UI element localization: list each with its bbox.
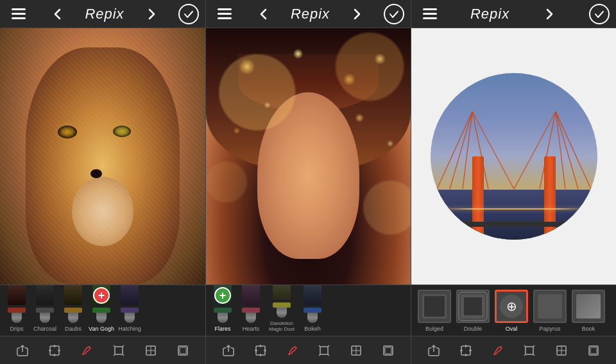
frame-oval-preview: ⊕ [495,290,528,323]
brush-bokeh-label: Bokeh [304,326,321,332]
app-title-2: Repix [291,6,330,22]
brush-drips[interactable]: Drips [3,285,30,336]
svg-rect-2 [12,17,26,19]
bridge-panel[interactable] [411,28,616,285]
back-button-1[interactable] [46,5,69,23]
brush-button-3[interactable] [488,342,508,360]
bottom-tools-2 [205,336,411,364]
svg-rect-22 [50,346,59,355]
svg-line-28 [114,345,115,347]
share-button-3[interactable] [424,342,444,360]
svg-rect-8 [423,17,437,19]
frame-papyrus-inner [538,294,562,318]
forward-button-3[interactable] [538,5,561,23]
fox-panel[interactable] [0,28,205,285]
svg-line-67 [533,354,535,356]
bottom-tools-3 [411,336,616,364]
bridge-road [431,222,597,227]
svg-line-15 [556,112,578,189]
brush-vangogh-label: Van Gogh [89,326,114,332]
layers-button-3[interactable] [583,342,604,360]
svg-rect-0 [12,8,26,10]
frame-double[interactable]: Double [455,290,491,332]
svg-line-31 [123,354,124,356]
brush-hearts-label: Hearts [243,326,260,332]
frame-papyrus[interactable]: Papyrus [532,290,568,332]
top-navigation: Repix Repix [0,0,616,28]
svg-rect-40 [256,346,265,355]
brush-toolbar-2: + Flares Hearts [205,285,411,336]
frame-double-inner [461,294,485,318]
brush-hearts[interactable]: Hearts [237,285,264,336]
bridge-lights [439,208,589,210]
brush-flares[interactable]: + Flares [209,285,236,336]
frame-papyrus-label: Papyrus [539,326,560,332]
resize-button-1[interactable] [141,342,161,360]
frame-book-label: Book [582,326,595,332]
frame-book[interactable]: Book [570,290,606,332]
transform-button-2[interactable] [250,342,271,360]
svg-line-17 [540,112,556,189]
frame-oval[interactable]: ⊕ Oval [493,290,529,332]
resize-button-2[interactable] [346,342,366,360]
back-button-2[interactable] [252,5,275,23]
confirm-button-3[interactable] [589,4,610,24]
svg-line-12 [472,112,488,189]
svg-line-47 [328,345,329,347]
svg-rect-27 [115,347,123,354]
svg-line-65 [533,345,535,347]
crop-button-2[interactable] [314,342,334,360]
layers-button-1[interactable] [173,342,193,360]
frame-oval-inner: ⊕ [500,295,523,318]
frame-double-label: Double [464,326,483,332]
brush-list-1: Drips Charcoal Daubs [0,285,205,336]
confirm-button-2[interactable] [384,4,404,24]
share-button-1[interactable] [12,342,33,360]
main-content [0,28,616,285]
confirm-button-1[interactable] [178,4,199,24]
crop-button-1[interactable] [108,342,129,360]
frame-list: Bulged Double ⊕ Oval [411,285,616,336]
menu-button-1[interactable] [6,6,31,22]
brush-bokeh[interactable]: Bokeh [299,285,326,336]
transform-button-1[interactable] [44,342,65,360]
brush-daubs[interactable]: Daubs [60,285,87,336]
brush-vangogh-add-btn[interactable]: + [93,287,110,304]
svg-rect-36 [180,347,186,354]
forward-button-1[interactable] [140,5,163,23]
resize-button-3[interactable] [551,342,572,360]
brush-dandelion[interactable]: Dandelion Magic Dust [266,285,298,336]
svg-line-48 [319,354,320,356]
svg-line-13 [472,112,514,189]
share-button-2[interactable] [218,342,239,360]
frame-book-inner [576,294,601,318]
brush-button-2[interactable] [282,342,303,360]
bokeh-effect [206,28,411,285]
forward-button-2[interactable] [345,5,368,23]
brush-charcoal-label: Charcoal [33,326,56,332]
brush-hatching[interactable]: Hatching [116,285,143,336]
paint-effect-overlay [0,28,205,285]
brush-vangogh[interactable]: + Van Gogh [88,285,115,336]
brush-flares-add-btn[interactable]: + [214,287,231,304]
brush-charcoal[interactable]: Charcoal [31,285,58,336]
frame-bulged-label: Bulged [425,326,443,332]
transform-button-3[interactable] [456,342,476,360]
frame-bulged[interactable]: Bulged [416,290,452,332]
toolbar-area: Drips Charcoal Daubs [0,285,616,336]
svg-rect-58 [461,346,470,355]
brush-daubs-label: Daubs [65,326,81,332]
woman-panel[interactable] [205,28,411,285]
bottom-tools-1 [0,336,205,364]
menu-button-3[interactable] [418,6,442,22]
svg-rect-54 [385,347,391,354]
nav-panel-3: Repix [411,0,616,28]
layers-button-2[interactable] [378,342,398,360]
frame-bulged-preview [418,290,451,323]
frame-toolbar: Bulged Double ⊕ Oval [411,285,616,336]
menu-button-2[interactable] [212,6,237,22]
brush-toolbar-1: Drips Charcoal Daubs [0,285,205,336]
brush-button-1[interactable] [76,342,97,360]
brush-drips-label: Drips [10,326,23,332]
crop-button-3[interactable] [519,342,540,360]
